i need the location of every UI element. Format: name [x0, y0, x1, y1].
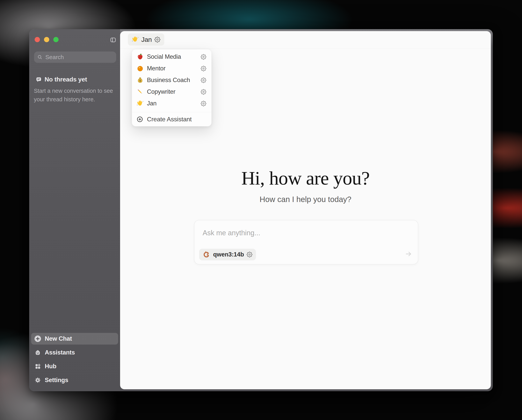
greeting-title: Hi, how are you?: [120, 167, 491, 189]
arrow-right-icon: [405, 250, 412, 258]
model-name: qwen3:14b: [213, 251, 244, 258]
waving-hand-icon: [132, 36, 139, 43]
menu-item-label: Jan: [147, 100, 197, 107]
traffic-lights: [35, 37, 59, 42]
red-apple-icon: [137, 53, 144, 60]
sidebar-item-new-chat[interactable]: New Chat: [31, 333, 118, 345]
assistant-gear-icon[interactable]: [201, 101, 206, 106]
app-window: Search No threads yet Start a new conver…: [29, 29, 493, 391]
menu-item-copywriter[interactable]: Copywriter: [132, 86, 211, 98]
menu-item-label: Business Coach: [147, 77, 197, 84]
composer-placeholder: Ask me anything...: [203, 229, 260, 237]
chat-composer[interactable]: Ask me anything... qwen3:14b: [194, 220, 418, 264]
assistant-face-icon: [34, 349, 42, 356]
sidebar-item-label: New Chat: [45, 335, 72, 342]
chat-bubble-icon: [36, 76, 42, 83]
sidebar-item-label: Hub: [45, 363, 56, 370]
svg-text:$: $: [139, 79, 141, 82]
plus-circle-outline-icon: [137, 116, 143, 122]
search-input[interactable]: Search: [34, 52, 116, 63]
assistant-selector-button[interactable]: Jan: [128, 33, 164, 45]
sidebar-item-label: Settings: [45, 377, 68, 384]
current-assistant-name: Jan: [141, 36, 152, 43]
create-assistant-label: Create Assistant: [147, 116, 192, 123]
assistant-gear-icon[interactable]: [201, 66, 206, 71]
empty-state-header: No threads yet: [36, 76, 87, 83]
plus-circle-icon: [34, 335, 42, 343]
header-divider: [120, 49, 491, 49]
pencil-icon: [137, 88, 144, 95]
hub-grid-plus-icon: [34, 362, 42, 370]
menu-item-business-coach[interactable]: $ Business Coach: [132, 74, 211, 86]
search-icon: [37, 54, 43, 60]
money-bag-icon: $: [137, 77, 144, 84]
sidebar-panel-icon: [110, 37, 116, 43]
search-placeholder: Search: [45, 54, 64, 60]
sidebar-toggle-button[interactable]: [110, 37, 117, 43]
sidebar-nav: New Chat Assistants: [31, 331, 118, 386]
menu-item-mentor[interactable]: Mentor: [132, 63, 211, 74]
llama-cpp-icon: [203, 251, 210, 258]
desktop: { "window": { "traffic_lights": ["close"…: [0, 0, 522, 420]
menu-item-label: Copywriter: [147, 88, 197, 95]
menu-item-label: Social Media: [147, 53, 197, 60]
empty-state-title: No threads yet: [45, 76, 87, 83]
gear-filled-icon: [34, 376, 42, 384]
assistant-gear-icon[interactable]: [201, 54, 206, 60]
menu-item-jan[interactable]: Jan: [132, 98, 211, 109]
sidebar: Search No threads yet Start a new conver…: [29, 29, 120, 391]
menu-item-social-media[interactable]: Social Media: [132, 51, 211, 63]
sidebar-item-assistants[interactable]: Assistants: [31, 347, 118, 358]
assistant-gear-icon[interactable]: [201, 77, 206, 83]
close-window-button[interactable]: [35, 37, 40, 42]
empty-state-description: Start a new conversation to see your thr…: [34, 87, 114, 104]
main-panel: Jan Social Media: [120, 31, 491, 389]
greeting-subtitle: How can I help you today?: [120, 195, 491, 204]
sidebar-item-label: Assistants: [45, 349, 75, 356]
create-assistant-button[interactable]: Create Assistant: [132, 112, 211, 126]
minimize-window-button[interactable]: [44, 37, 49, 42]
model-selector-button[interactable]: qwen3:14b: [199, 249, 256, 260]
assistant-settings-gear-icon[interactable]: [154, 37, 160, 43]
assistant-dropdown-menu: Social Media Mentor: [132, 49, 212, 126]
send-button[interactable]: [405, 250, 412, 258]
menu-item-label: Mentor: [147, 65, 197, 72]
model-settings-gear-icon[interactable]: [247, 252, 253, 257]
sidebar-item-settings[interactable]: Settings: [31, 374, 118, 386]
assistant-gear-icon[interactable]: [201, 89, 206, 95]
tangerine-icon: [137, 65, 144, 72]
sidebar-item-hub[interactable]: Hub: [31, 360, 118, 372]
waving-hand-icon: [137, 100, 144, 107]
zoom-window-button[interactable]: [53, 37, 59, 42]
